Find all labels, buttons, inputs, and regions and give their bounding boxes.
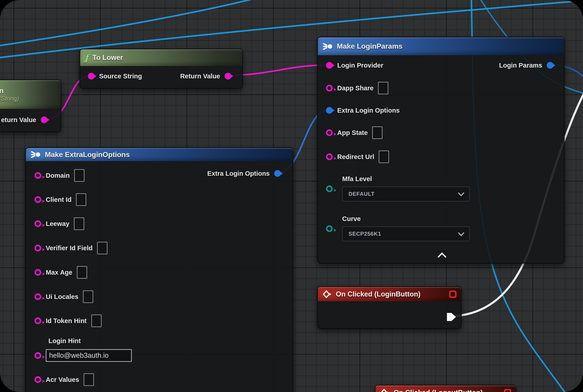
redirect-url-pin[interactable] [326,154,333,160]
acr-values-value-box[interactable] [84,373,94,386]
pin-label-acr-values: Acr Values [46,376,79,384]
pin-label-source-string: Source String [99,72,142,80]
mfa-level-value: DEFAULT [348,191,374,197]
pin-label-login-params-out: Login Params [499,62,542,69]
chevron-down-icon [458,230,464,236]
pin-label-max-age: Max Age [46,269,72,276]
collapse-node-chevron[interactable] [438,252,446,261]
client-id-value-box[interactable] [76,193,86,206]
mfa-level-dropdown[interactable]: DEFAULT [342,186,470,202]
curve-value: SECP256K1 [348,231,381,237]
curve-dropdown[interactable]: SECP256K1 [342,226,470,241]
app-state-pin[interactable] [326,129,333,136]
id-token-hint-pin[interactable] [34,318,41,324]
return-value-pin[interactable] [224,73,231,80]
node-partial-function[interactable]: tion ox (String) eturn Value [0,80,61,132]
chevron-down-icon [458,190,464,196]
pin-label-redirect-url: Redirect Url [337,153,374,161]
make-extra-login-options-title: Make ExtraLoginOptions [45,150,130,159]
pin-label-login-provider: Login Provider [337,62,384,69]
pin-label-mfa-level: Mfa Level [342,175,372,183]
pin-label-return-value: Return Value [180,72,220,80]
make-struct-icon [322,42,333,50]
pin-label-id-token-hint: Id Token Hint [46,317,87,325]
delegate-pin-icon[interactable] [504,389,511,392]
make-login-params-title: Make LoginParams [337,42,402,50]
pin-label-app-state: App State [337,129,368,136]
dapp-share-value-box[interactable] [378,82,388,94]
delegate-pin-icon[interactable] [449,290,456,298]
make-struct-icon [30,150,41,158]
node-make-extra-login-options[interactable]: Make ExtraLoginOptions Extra Login Optio… [25,147,293,392]
pin-label-leeway: Leeway [46,220,70,228]
extra-login-options-input-pin[interactable] [326,107,333,114]
partial-node-subtitle: ox (String) [0,95,19,102]
on-clicked-logout-title: On Clicked (LogoutButton) [394,388,483,392]
client-id-pin[interactable] [34,196,41,203]
max-age-pin[interactable] [34,269,41,276]
ui-locales-value-box[interactable] [83,290,93,303]
domain-value-box[interactable] [74,169,84,182]
pin-label-extra-login-options-in: Extra Login Options [337,107,400,114]
pin-label-client-id: Client Id [46,196,72,204]
ui-locales-pin[interactable] [34,293,41,300]
curve-pin[interactable] [326,225,333,232]
exec-output-pin[interactable] [446,312,457,322]
string-output-pin[interactable] [41,116,48,123]
verifier-id-field-pin[interactable] [34,245,41,252]
login-provider-pin[interactable] [326,62,333,69]
node-to-lower[interactable]: ƒ To Lower Source String Return Value [80,49,243,89]
id-token-hint-value-box[interactable] [91,314,102,327]
to-lower-title: To Lower [92,54,123,62]
redirect-url-value-box[interactable] [379,150,389,163]
mfa-level-pin[interactable] [326,186,333,192]
pin-label-login-hint: Login Hint [48,337,81,345]
login-hint-pin[interactable] [34,352,41,359]
leeway-value-box[interactable] [74,218,84,230]
pin-label-ui-locales: Ui Locales [46,293,78,300]
wire-blue-topleft [0,0,262,46]
node-on-clicked-login-button[interactable]: On Clicked (LoginButton) [317,286,462,329]
verifier-id-field-value-box[interactable] [97,242,108,254]
source-string-pin[interactable] [88,73,94,80]
on-clicked-login-title: On Clicked (LoginButton) [336,290,420,298]
domain-pin[interactable] [34,172,41,179]
leeway-pin[interactable] [34,220,41,227]
node-make-login-params[interactable]: Make LoginParams Login Provider Login Pa… [317,37,564,264]
pin-label-extra-login-options-out: Extra Login Options [207,170,270,177]
dapp-share-pin[interactable] [326,85,333,92]
extra-login-options-output-pin[interactable] [274,170,281,177]
app-state-value-box[interactable] [372,126,382,139]
login-params-output-pin[interactable] [547,62,554,69]
node-on-clicked-logout-button[interactable]: On Clicked (LogoutButton) [375,385,516,392]
event-diamond-icon [322,290,332,299]
pin-label-domain: Domain [46,172,70,179]
blueprint-graph-canvas[interactable]: tion ox (String) eturn Value ƒ To Lower … [0,0,583,392]
pin-label-verifier-id-field: Verifier Id Field [46,244,92,252]
max-age-value-box[interactable] [77,266,87,279]
partial-node-title: tion [0,87,4,95]
pin-label-curve: Curve [342,215,361,222]
pin-label-dapp-share: Dapp Share [337,84,374,92]
pin-label-return-value-partial: eturn Value [1,116,36,124]
function-icon: ƒ [85,53,88,63]
event-diamond-icon [380,388,390,392]
login-hint-input[interactable] [46,349,132,362]
acr-values-pin[interactable] [34,376,41,383]
